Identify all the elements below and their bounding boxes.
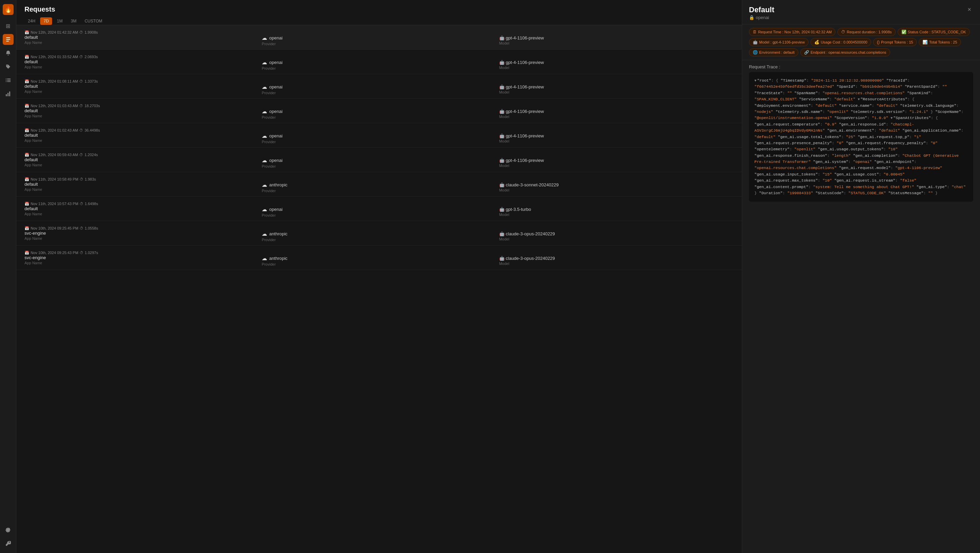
- request-item-model: 🤖 gpt-4-1106-preview Model: [499, 152, 733, 168]
- badge-text: Total Tokens : 25: [929, 40, 957, 44]
- request-model: 🤖 gpt-4-1106-preview: [499, 35, 733, 40]
- clock-icon: ⏱: [79, 79, 83, 83]
- tags-icon[interactable]: [3, 61, 14, 72]
- request-provider: ☁ openai: [262, 108, 496, 114]
- filter-24h[interactable]: 24H: [24, 17, 39, 25]
- clock-icon: ⏱: [79, 30, 83, 34]
- close-button[interactable]: ×: [966, 5, 973, 14]
- request-model: 🤖 gpt-4-1106-preview: [499, 133, 733, 138]
- detail-title: Default: [749, 5, 775, 14]
- detail-badge: 🤖Model : gpt-4-1106-preview: [749, 38, 808, 46]
- detail-badge: ⏱Request duration : 1.9908s: [837, 28, 895, 36]
- filter-custom[interactable]: CUSTOM: [81, 17, 106, 25]
- lock-icon: 🔒: [749, 15, 754, 20]
- request-provider: ☁ openai: [262, 206, 496, 213]
- request-item[interactable]: 📅 Nov 11th, 2024 10:58:49 PM ⏱ 1.983s de…: [16, 172, 742, 197]
- request-provider: ☁ anthropic: [262, 255, 496, 262]
- request-app-label: App Name: [24, 163, 259, 167]
- model-spacer: [499, 249, 733, 256]
- model-spacer: [499, 103, 733, 109]
- request-item[interactable]: 📅 Nov 12th, 2024 01:08:11 AM ⏱ 1.3373s d…: [16, 74, 742, 99]
- filter-7d[interactable]: 7D: [40, 17, 52, 25]
- request-provider-label: Provider: [262, 91, 496, 95]
- trace-code: ▼"root": { "Timestamp": "2024-11-11 20:1…: [749, 72, 973, 202]
- provider-icon: ☁: [262, 182, 267, 188]
- settings-icon[interactable]: [3, 524, 14, 536]
- badges-row: 🗓Request Time : Nov 12th, 2024 01:42:32 …: [742, 24, 980, 60]
- request-time: 📅 Nov 12th, 2024 01:08:11 AM ⏱ 1.3373s: [24, 79, 259, 84]
- request-name: default: [24, 35, 259, 40]
- request-item[interactable]: 📅 Nov 11th, 2024 10:57:43 PM ⏱ 1.6498s d…: [16, 197, 742, 221]
- request-item[interactable]: 📅 Nov 10th, 2024 09:25:43 PM ⏱ 1.0297s s…: [16, 246, 742, 270]
- model-icon: 🤖: [499, 84, 504, 89]
- model-icon: 🤖: [499, 256, 504, 261]
- request-model-label: Model: [499, 213, 733, 217]
- model-spacer: [499, 127, 733, 133]
- detail-subtitle: 🔒 openai: [749, 15, 775, 20]
- clock-icon: ⏱: [80, 202, 83, 206]
- filter-3m[interactable]: 3M: [67, 17, 80, 25]
- provider-spacer: [262, 200, 496, 206]
- request-time: 📅 Nov 10th, 2024 09:25:45 PM ⏱ 1.0558s: [24, 226, 259, 230]
- detail-badge: 🗓Request Time : Nov 12th, 2024 01:42:32 …: [749, 28, 835, 36]
- request-provider-label: Provider: [262, 262, 496, 266]
- filter-1m[interactable]: 1M: [53, 17, 66, 25]
- request-item-left: 📅 Nov 12th, 2024 01:03:43 AM ⏱ 18.2703s …: [24, 104, 259, 118]
- chart-icon[interactable]: [3, 88, 14, 99]
- request-app-label: App Name: [24, 89, 259, 94]
- request-provider-label: Provider: [262, 213, 496, 217]
- list-icon[interactable]: [3, 75, 14, 86]
- key-icon[interactable]: [3, 538, 14, 549]
- request-item[interactable]: 📅 Nov 12th, 2024 01:33:52 AM ⏱ 2.0693s d…: [16, 50, 742, 74]
- detail-badge: ✅Status Code : STATUS_CODE_OK: [898, 28, 970, 36]
- badge-text: Usage Cost : 0.0004500000: [821, 40, 867, 44]
- request-item-model: 🤖 gpt-4-1106-preview Model: [499, 127, 733, 143]
- request-name: default: [24, 206, 259, 211]
- provider-icon: ☁: [262, 157, 267, 164]
- alerts-icon[interactable]: [3, 48, 14, 59]
- clock-icon: ⏱: [80, 226, 83, 230]
- provider-icon: ☁: [262, 255, 267, 262]
- svg-rect-11: [9, 92, 10, 96]
- clock-icon: ⏱: [79, 153, 83, 157]
- model-icon: 🤖: [499, 158, 504, 163]
- request-provider: ☁ openai: [262, 84, 496, 90]
- badge-text: Model : gpt-4-1106-preview: [759, 40, 805, 44]
- request-app-label: App Name: [24, 138, 259, 143]
- request-item[interactable]: 📅 Nov 12th, 2024 01:02:43 AM ⏱ 36.4498s …: [16, 123, 742, 148]
- request-item-left: 📅 Nov 12th, 2024 01:42:32 AM ⏱ 1.9908s d…: [24, 30, 259, 44]
- provider-spacer: [262, 78, 496, 84]
- provider-icon: ☁: [262, 108, 267, 114]
- clock-icon: ⏱: [80, 177, 83, 181]
- requests-icon[interactable]: [3, 34, 14, 45]
- badge-icon: (): [877, 40, 880, 44]
- request-time: 📅 Nov 10th, 2024 09:25:43 PM ⏱ 1.0297s: [24, 251, 259, 255]
- dashboard-icon[interactable]: ⊞: [3, 21, 14, 31]
- request-item-provider: ☁ openai Provider: [262, 29, 496, 46]
- request-item-left: 📅 Nov 10th, 2024 09:25:43 PM ⏱ 1.0297s s…: [24, 251, 259, 265]
- badge-text: Environment : default: [759, 50, 795, 54]
- app-logo[interactable]: 🔥: [3, 4, 14, 15]
- request-model-label: Model: [499, 139, 733, 143]
- svg-rect-7: [6, 81, 6, 82]
- request-name: svc-engine: [24, 230, 259, 236]
- badge-icon: 🤖: [753, 40, 758, 44]
- request-item[interactable]: 📅 Nov 12th, 2024 01:03:43 AM ⏱ 18.2703s …: [16, 99, 742, 123]
- request-provider-label: Provider: [262, 140, 496, 144]
- request-provider-label: Provider: [262, 164, 496, 168]
- request-item[interactable]: 📅 Nov 12th, 2024 01:42:32 AM ⏱ 1.9908s d…: [16, 25, 742, 50]
- model-spacer: [499, 201, 733, 207]
- request-model: 🤖 gpt-4-1106-preview: [499, 84, 733, 89]
- svg-rect-10: [8, 93, 8, 96]
- request-app-label: App Name: [24, 188, 259, 191]
- request-model-label: Model: [499, 114, 733, 119]
- request-time: 📅 Nov 12th, 2024 01:33:52 AM ⏱ 2.0693s: [24, 55, 259, 59]
- request-model: 🤖 claude-3-sonnet-20240229: [499, 182, 733, 188]
- request-item[interactable]: 📅 Nov 10th, 2024 09:25:45 PM ⏱ 1.0558s s…: [16, 221, 742, 246]
- request-provider: ☁ openai: [262, 133, 496, 139]
- calendar-icon: 📅: [24, 55, 29, 59]
- badge-icon: 🔗: [804, 50, 809, 55]
- calendar-icon: 📅: [24, 202, 29, 206]
- request-item[interactable]: 📅 Nov 12th, 2024 00:59:43 AM ⏱ 1.2024s d…: [16, 148, 742, 172]
- svg-rect-4: [7, 79, 11, 79]
